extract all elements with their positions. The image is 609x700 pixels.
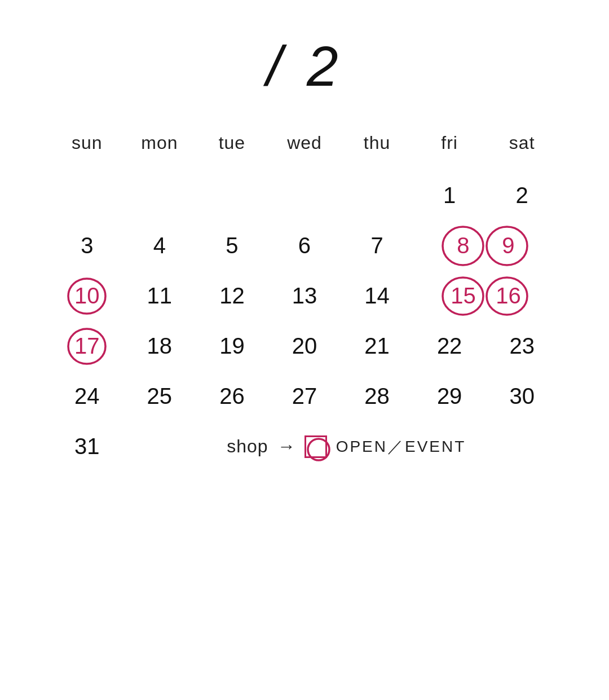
day-6: 6: [268, 221, 341, 271]
header-mon: mon: [123, 127, 196, 170]
day-30: 30: [486, 371, 558, 421]
month-title: / 2: [51, 34, 558, 99]
day-7: 7: [341, 221, 413, 271]
day-3: 3: [51, 221, 123, 271]
day-10: 10: [51, 271, 123, 321]
day-5: 5: [196, 221, 268, 271]
day-19: 19: [196, 321, 268, 371]
header-sat: sat: [486, 127, 558, 170]
day-2: 2: [486, 170, 558, 221]
day-empty: .: [268, 170, 341, 221]
svg-point-6: [308, 439, 329, 460]
legend-arrow: →: [277, 436, 295, 457]
day-17: 17: [51, 321, 123, 371]
day-20: 20: [268, 321, 341, 371]
day-22: 22: [413, 321, 486, 371]
day-empty: .: [196, 170, 268, 221]
day-28: 28: [341, 371, 413, 421]
day-23: 23: [486, 321, 558, 371]
header-tue: tue: [196, 127, 268, 170]
day-8-9-pair: 8 9: [413, 221, 558, 271]
header-fri: fri: [413, 127, 486, 170]
day-4: 4: [123, 221, 196, 271]
header-wed: wed: [268, 127, 341, 170]
day-26: 26: [196, 371, 268, 421]
day-27: 27: [268, 371, 341, 421]
legend-shop-label: shop: [227, 436, 268, 457]
day-18: 18: [123, 321, 196, 371]
legend-row: shop → OPEN／EVENT: [123, 435, 558, 458]
day-empty: .: [341, 170, 413, 221]
legend-circle-icon: [304, 435, 327, 458]
day-31: 31: [51, 434, 123, 459]
day-empty: .: [51, 170, 123, 221]
day-14: 14: [341, 271, 413, 321]
day-13: 13: [268, 271, 341, 321]
calendar-grid: sun mon tue wed thu fri sat . . . . . 1 …: [51, 127, 558, 421]
day-24: 24: [51, 371, 123, 421]
calendar-container: / 2 sun mon tue wed thu fri sat . . . . …: [51, 0, 558, 465]
legend-open-event-label: OPEN／EVENT: [336, 436, 466, 457]
header-sun: sun: [51, 127, 123, 170]
day-25: 25: [123, 371, 196, 421]
day-15-16-pair: 15 16: [413, 271, 558, 321]
day-29: 29: [413, 371, 486, 421]
day-empty: .: [123, 170, 196, 221]
day-21: 21: [341, 321, 413, 371]
day-12: 12: [196, 271, 268, 321]
day-11: 11: [123, 271, 196, 321]
day-1: 1: [413, 170, 486, 221]
header-thu: thu: [341, 127, 413, 170]
